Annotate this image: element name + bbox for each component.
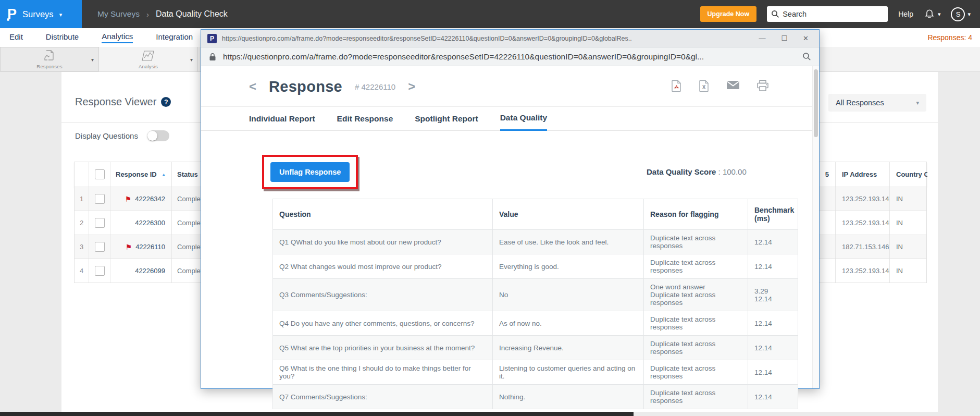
response-id-header[interactable]: Response ID▲ [110,162,172,187]
tab-analytics[interactable]: Analytics [102,32,133,43]
country-cell: IN [890,211,927,235]
table-row: Q5 What are the top priorities in your b… [273,336,798,360]
display-questions-label: Display Questions [75,131,138,140]
response-id-link[interactable]: 42226110 [135,243,165,251]
ip-address-header[interactable]: IP Address [836,162,890,187]
tab-data-quality[interactable]: Data Quality [500,113,547,131]
chevron-down-icon: ▾ [190,56,193,62]
avatar: S [951,7,965,21]
questionpro-logo: P [7,7,17,21]
print-icon[interactable] [756,80,769,92]
benchmark-cell: 12.14 [748,254,798,279]
tab-integration[interactable]: Integration [156,32,193,43]
ip-cell: 182.71.153.146 [836,235,890,259]
upgrade-now-button[interactable]: Upgrade Now [700,6,757,22]
reason-cell: Duplicate text across responses [644,360,748,385]
table-row: Q2 What changes would most improve our p… [273,254,798,279]
help-question-icon[interactable]: ? [161,97,171,107]
benchmark-cell: 12.14 [748,230,798,254]
country-cell: IN [890,187,927,211]
response-id-link[interactable]: 42226099 [135,267,165,275]
benchmark-cell: 12.14 [748,360,798,385]
toolbar-analysis[interactable]: Analysis ▾ [99,47,198,71]
search-input[interactable] [767,6,888,22]
reason-cell: Duplicate text across responses [644,385,748,409]
question-cell: Q2 What changes would most improve our p… [273,254,493,279]
tab-edit[interactable]: Edit [9,32,23,43]
display-questions-toggle[interactable] [147,130,169,141]
popup-titlebar[interactable]: P https://questionpro.com/a/frame.do?mod… [201,30,819,47]
tab-spotlight-report[interactable]: Spotlight Report [415,114,478,130]
value-cell: Listening to customer queries and acting… [493,360,644,385]
excel-export-icon[interactable]: X [699,80,710,92]
questionpro-favicon: P [207,34,217,43]
close-icon[interactable]: ✕ [803,34,809,42]
export-actions: X [671,80,769,92]
taskbar-strip [0,412,634,416]
unflag-response-button[interactable]: Unflag Response [270,162,350,182]
table-row: Q3 Comments/Suggestions: No One word ans… [273,279,798,311]
row-checkbox[interactable] [95,242,105,252]
address-url[interactable]: https://questionpro.com/a/frame.do?mode=… [223,52,796,62]
row-checkbox[interactable] [95,218,105,228]
row-checkbox[interactable] [95,266,105,276]
question-cell: Q1 QWhat do you like most about our new … [273,230,493,254]
flag-icon: ⚑ [125,195,132,203]
surveys-product-switcher[interactable]: P Surveys ▾ [0,0,82,28]
response-filter-dropdown[interactable]: All Responses ▾ [828,94,926,112]
brand-label: Surveys [22,9,54,19]
breadcrumb-current: Data Quality Check [156,9,228,19]
reason-cell: Duplicate text across responses [644,336,748,360]
question-cell: Q5 What are the top priorities in your b… [273,336,493,360]
breadcrumb-my-surveys[interactable]: My Surveys [97,9,140,19]
table-row: Q4 Do you have any other comments, quest… [273,311,798,336]
searchbox [767,6,888,22]
score-value: : 100.00 [718,167,747,176]
select-all-cell [89,162,110,187]
tab-distribute[interactable]: Distribute [46,32,79,43]
modal-scrollbar[interactable] [812,66,819,388]
data-quality-header-row: Question Value Reason for flagging Bench… [273,199,798,230]
maximize-icon[interactable]: ☐ [781,34,787,42]
response-header: < Response # 42226110 > X [201,66,819,107]
zoom-magnifier-icon[interactable] [802,52,811,61]
account-menu[interactable]: S ▾ [951,7,971,21]
question-header: Question [273,199,493,230]
question-cell: Q6 What is the one thing I should do to … [273,360,493,385]
question-cell: Q3 Comments/Suggestions: [273,279,493,311]
value-cell: As of now no. [493,311,644,336]
response-id-link[interactable]: 42226300 [135,219,165,227]
minimize-icon[interactable]: — [759,34,765,42]
next-response-icon[interactable]: > [408,79,415,94]
notifications-menu[interactable]: ▾ [924,8,941,20]
tab-individual-report[interactable]: Individual Report [249,114,315,130]
country-code-header[interactable]: Country Code [890,162,927,187]
chevron-down-icon: ▾ [916,100,919,106]
response-id-cell: ⚑42226110 [110,235,172,259]
checkbox-cell [89,211,110,235]
value-cell: Nothing. [493,385,644,409]
tab-edit-response[interactable]: Edit Response [337,114,393,130]
table-row: Q7 Comments/Suggestions: Nothing. Duplic… [273,385,798,409]
pdf-export-icon[interactable] [671,80,682,92]
sort-ascending-icon: ▲ [162,172,166,177]
previous-response-icon[interactable]: < [249,79,256,94]
response-id-link[interactable]: 42226342 [135,195,165,203]
topbar-right: Upgrade Now Help ▾ S ▾ [700,6,980,22]
reason-header: Reason for flagging [644,199,748,230]
select-all-checkbox[interactable] [95,169,105,179]
scrollbar-thumb[interactable] [814,69,818,137]
help-link[interactable]: Help [898,10,913,18]
bell-icon [924,8,935,20]
chevron-down-icon: ▾ [938,11,941,17]
benchmark-cell: 12.14 [748,336,798,360]
row-checkbox[interactable] [95,194,105,204]
breadcrumb: My Surveys › Data Quality Check [97,9,228,19]
table-row: Q6 What is the one thing I should do to … [273,360,798,385]
chevron-down-icon: ▾ [59,12,63,18]
toolbar-responses[interactable]: Responses ▾ [0,47,99,71]
email-icon[interactable] [726,80,740,92]
toggle-knob [147,131,157,141]
logo-dot [7,18,9,21]
ip-cell: 123.252.193.148 [836,259,890,283]
